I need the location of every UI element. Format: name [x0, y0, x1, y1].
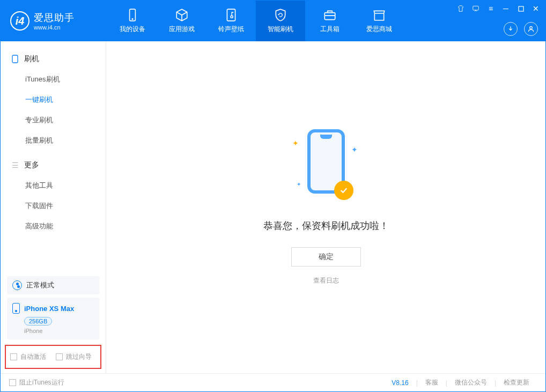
sparkle-icon: ✦ — [297, 181, 301, 187]
sidebar-group-flash-title[interactable]: 刷机 — [1, 49, 106, 69]
options-highlight-box: 自动激活 跳过向导 — [5, 345, 101, 369]
feedback-icon[interactable] — [470, 4, 481, 13]
mode-icon — [12, 280, 22, 290]
success-illustration: ✦ ✦ ✦ — [302, 129, 350, 204]
brand-title: 爱思助手 — [34, 11, 75, 24]
sparkle-icon: ✦ — [351, 145, 358, 154]
version-label: V8.16 — [384, 379, 416, 387]
device-mode-label: 正常模式 — [26, 280, 54, 290]
device-phone-icon — [12, 303, 20, 314]
music-file-icon — [224, 8, 238, 22]
device-mode-status[interactable]: 正常模式 — [7, 276, 99, 294]
device-card[interactable]: iPhone XS Max 256GB iPhone — [7, 298, 99, 339]
phone-outline-icon — [11, 55, 19, 63]
brand-subtitle: www.i4.cn — [34, 24, 75, 31]
header: i4 爱思助手 www.i4.cn 我的设备 应用游戏 铃声壁纸 智能刷机 工具… — [1, 1, 545, 41]
customer-service-link[interactable]: 客服 — [418, 378, 446, 387]
tab-store[interactable]: 爱思商城 — [355, 1, 404, 41]
block-itunes-checkbox[interactable]: 阻止iTunes运行 — [9, 378, 64, 387]
maximize-button[interactable] — [515, 4, 526, 13]
device-icon — [126, 8, 139, 22]
checkbox-icon — [9, 379, 16, 386]
main-tabs: 我的设备 应用游戏 铃声壁纸 智能刷机 工具箱 爱思商城 — [108, 1, 404, 41]
checkbox-icon — [10, 353, 17, 360]
shield-refresh-icon — [274, 8, 287, 22]
svg-rect-7 — [12, 55, 18, 63]
tab-apps[interactable]: 应用游戏 — [157, 1, 206, 41]
sidebar-group-more: ☰ 更多 其他工具 下载固件 高级功能 — [1, 155, 106, 236]
svg-rect-2 — [227, 9, 235, 21]
logo-text: 爱思助手 www.i4.cn — [34, 11, 75, 31]
tab-ringtones[interactable]: 铃声壁纸 — [206, 1, 256, 41]
close-button[interactable]: ✕ — [530, 4, 541, 13]
window-controls: ≡ ─ ✕ — [455, 4, 541, 13]
user-button[interactable] — [524, 22, 538, 36]
store-icon — [372, 8, 386, 22]
svg-point-1 — [132, 19, 133, 20]
sidebar-group-more-title[interactable]: ☰ 更多 — [1, 155, 106, 175]
list-icon: ☰ — [11, 161, 19, 169]
confirm-button[interactable]: 确定 — [291, 247, 361, 267]
sidebar-group-flash: 刷机 iTunes刷机 一键刷机 专业刷机 批量刷机 — [1, 49, 106, 151]
cube-icon — [175, 8, 189, 22]
auto-activate-checkbox[interactable]: 自动激活 — [10, 352, 46, 361]
svg-point-6 — [530, 26, 533, 29]
sidebar-bottom: 正常模式 iPhone XS Max 256GB iPhone 自动激活 跳过向… — [1, 273, 106, 373]
menu-icon[interactable]: ≡ — [485, 4, 496, 13]
toolbox-icon — [323, 8, 337, 22]
sidebar-item-download-firmware[interactable]: 下载固件 — [1, 196, 106, 216]
svg-rect-3 — [324, 13, 335, 20]
view-log-link[interactable]: 查看日志 — [313, 276, 339, 285]
footer: 阻止iTunes运行 V8.16 | 客服 | 微信公众号 | 检查更新 — [1, 373, 545, 391]
sidebar: 刷机 iTunes刷机 一键刷机 专业刷机 批量刷机 ☰ 更多 其他工具 下载固… — [1, 41, 106, 373]
device-name: iPhone XS Max — [24, 305, 74, 313]
skin-icon[interactable] — [455, 4, 466, 13]
sidebar-item-itunes-flash[interactable]: iTunes刷机 — [1, 69, 106, 90]
skip-guide-checkbox[interactable]: 跳过向导 — [56, 352, 92, 361]
tab-smart-flash[interactable]: 智能刷机 — [256, 1, 305, 41]
sidebar-item-one-key-flash[interactable]: 一键刷机 — [1, 90, 106, 110]
svg-rect-5 — [519, 6, 523, 11]
minimize-button[interactable]: ─ — [500, 4, 511, 13]
sidebar-item-other-tools[interactable]: 其他工具 — [1, 175, 106, 196]
tab-my-device[interactable]: 我的设备 — [108, 1, 157, 41]
main-content: ✦ ✦ ✦ 恭喜您，保资料刷机成功啦！ 确定 查看日志 — [106, 41, 545, 373]
tab-toolbox[interactable]: 工具箱 — [305, 1, 355, 41]
success-message: 恭喜您，保资料刷机成功啦！ — [263, 219, 389, 232]
sparkle-icon: ✦ — [292, 139, 299, 147]
logo-area[interactable]: i4 爱思助手 www.i4.cn — [1, 1, 108, 41]
device-type: iPhone — [24, 328, 94, 334]
checkmark-badge-icon — [334, 181, 353, 200]
sidebar-item-advanced[interactable]: 高级功能 — [1, 216, 106, 236]
checkbox-icon — [56, 353, 63, 360]
sidebar-item-pro-flash[interactable]: 专业刷机 — [1, 110, 106, 130]
svg-rect-4 — [473, 6, 479, 10]
logo-icon: i4 — [10, 11, 29, 31]
wechat-link[interactable]: 微信公众号 — [447, 378, 495, 387]
sidebar-item-batch-flash[interactable]: 批量刷机 — [1, 130, 106, 151]
check-update-link[interactable]: 检查更新 — [496, 378, 537, 387]
download-button[interactable] — [504, 22, 518, 36]
header-right — [504, 22, 538, 36]
device-storage-badge: 256GB — [24, 317, 52, 326]
